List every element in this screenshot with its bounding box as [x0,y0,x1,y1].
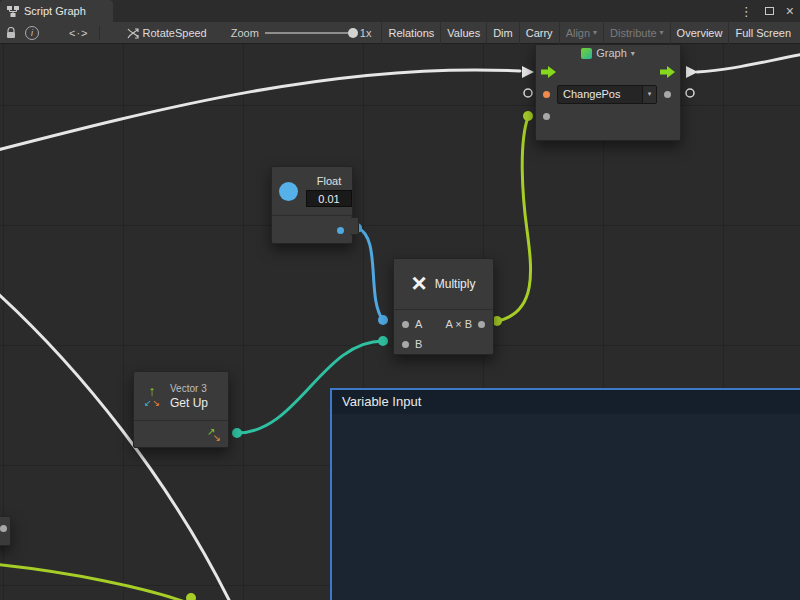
dim-button[interactable]: Dim [486,22,519,44]
close-icon[interactable]: × [786,4,794,18]
multiply-title: Multiply [435,277,476,291]
tab-script-graph[interactable]: Script Graph [0,0,113,22]
node-get-up[interactable]: ↑ ↙ ↘ Vector 3 Get Up ↗ ↘ [133,371,229,448]
divider [99,26,100,40]
zoom-slider-thumb[interactable] [348,28,358,38]
input-a-label: A [415,318,422,330]
float-type-icon [279,182,298,201]
input-a-port[interactable] [402,321,409,328]
flow-out-port-icon[interactable] [660,66,675,78]
get-up-title: Get Up [170,396,208,410]
zoom-label: Zoom [231,27,259,39]
variable-name-dropdown[interactable]: ChangePos ▾ [557,85,657,104]
port-row-b: B [394,334,493,354]
overview-button[interactable]: Overview [670,22,729,44]
input-b-label: B [415,338,422,350]
caret-down-icon: ▾ [631,49,635,58]
output-port[interactable] [478,321,485,328]
lock-icon[interactable] [6,27,16,39]
flow-in-port-icon[interactable] [541,66,556,78]
full-screen-label: Full Screen [735,27,791,39]
maximize-icon[interactable] [765,7,774,15]
flow-port-row [536,61,680,83]
float-value-input[interactable] [306,190,352,207]
get-up-port-row: ↗ ↘ [134,420,228,448]
multiply-icon: × [412,270,427,296]
node-offscreen-left[interactable] [0,516,11,546]
script-graph-asset-icon [127,27,139,39]
graph-toolbar: i <·> RotateSpeed Zoom 1x Relations Valu… [0,22,800,44]
carry-label: Carry [526,27,553,39]
overview-label: Overview [677,27,723,39]
set-variable-header: Graph ▾ [536,45,680,61]
name-input-port[interactable] [543,91,550,98]
get-up-type-label: Vector 3 [170,383,208,394]
window-controls: ⋮ × [740,0,794,22]
multiply-ports: A A × B B [394,309,493,354]
output-port[interactable] [0,525,7,532]
align-button[interactable]: Align ▾ [559,22,603,44]
title-bar: Script Graph ⋮ × [0,0,800,22]
script-graph-window: Variable Input Graph ▾ [0,0,800,600]
graph-name-label[interactable]: RotateSpeed [143,27,207,39]
float-header: Float [272,167,352,215]
align-label: Align [566,27,590,39]
value-input-port[interactable] [543,113,550,120]
values-label: Values [447,27,480,39]
arrow-down-right-icon: ↘ [213,433,221,443]
value-output-port[interactable] [664,91,671,98]
variable-name-row: ChangePos ▾ [536,83,680,105]
float-port-row [272,215,352,244]
multiply-header: × Multiply [394,259,493,309]
carry-button[interactable]: Carry [519,22,559,44]
code-preview-icon[interactable]: <·> [69,27,89,39]
group-title[interactable]: Variable Input [332,390,800,414]
input-b-port[interactable] [402,341,409,348]
zoom-slider-track[interactable] [265,32,355,34]
menu-icon[interactable]: ⋮ [740,5,753,18]
distribute-label: Distribute [610,27,656,39]
relations-button[interactable]: Relations [381,22,440,44]
node-multiply[interactable]: × Multiply A A × B B [393,258,494,355]
node-set-variable[interactable]: Graph ▾ ChangePos ▾ [535,44,681,141]
info-icon[interactable]: i [25,26,39,40]
zoom-value: 1x [360,27,372,39]
node-float-literal[interactable]: Float [271,166,353,244]
caret-down-icon: ▾ [642,86,656,103]
float-title: Float [317,175,341,187]
get-up-header: ↑ ↙ ↘ Vector 3 Get Up [134,372,228,420]
dim-label: Dim [493,27,513,39]
vector3-icon: ↑ ↙ ↘ [141,384,163,408]
group-variable-input[interactable]: Variable Input [330,388,800,600]
arrow-down-right-icon: ↘ [153,399,161,408]
float-output-port[interactable] [337,227,344,234]
output-label: A × B [445,318,472,330]
float-port-tab [351,217,359,235]
arrow-up-icon: ↑ [149,384,156,398]
script-graph-icon [7,6,19,17]
caret-down-icon: ▾ [593,28,597,37]
distribute-button[interactable]: Distribute ▾ [603,22,669,44]
variable-name-value: ChangePos [558,88,642,100]
relations-label: Relations [388,27,434,39]
graph-kind-icon [581,48,592,59]
value-input-row [536,105,680,127]
vector3-output-port[interactable]: ↗ ↘ [207,428,221,442]
caret-down-icon: ▾ [660,28,664,37]
arrow-down-left-icon: ↙ [144,399,152,408]
variable-kind-label: Graph [596,47,627,59]
port-row-a: A A × B [394,314,493,334]
tab-title: Script Graph [24,5,86,17]
values-button[interactable]: Values [440,22,486,44]
zoom-slider[interactable] [265,28,355,38]
full-screen-button[interactable]: Full Screen [728,22,797,44]
